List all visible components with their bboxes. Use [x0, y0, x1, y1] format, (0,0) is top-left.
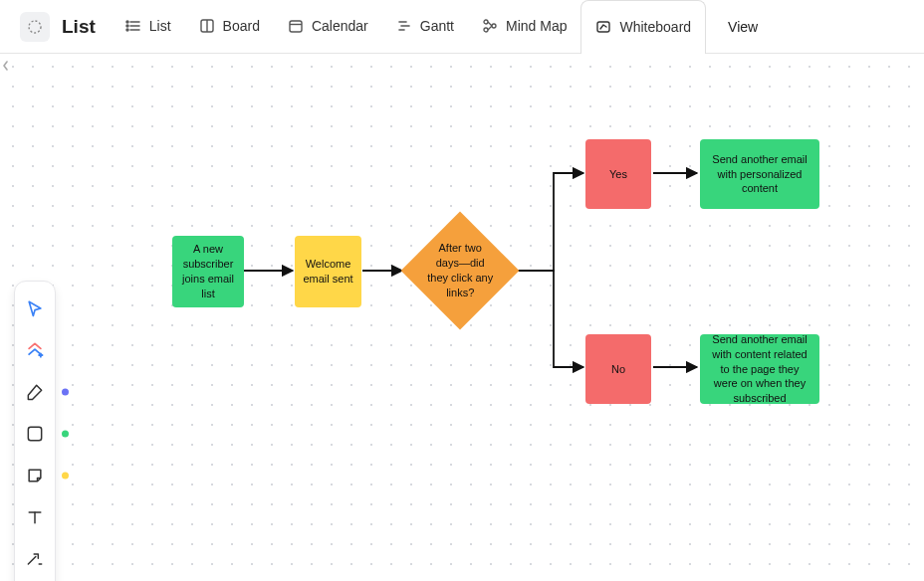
- svg-point-0: [29, 21, 41, 33]
- svg-point-6: [126, 29, 128, 31]
- svg-point-14: [484, 20, 488, 24]
- node-text: After two days—did they click any links?: [427, 242, 493, 298]
- whiteboard-canvas[interactable]: A new subscriber joins email list Welcom…: [0, 54, 924, 581]
- ai-tool[interactable]: [15, 329, 55, 371]
- node-text: Send another email with content related …: [708, 332, 811, 406]
- flow-node-n1[interactable]: A new subscriber joins email list: [172, 236, 244, 307]
- tab-label: Calendar: [312, 18, 368, 34]
- tab-whiteboard[interactable]: Whiteboard: [580, 0, 706, 54]
- tab-list[interactable]: List: [112, 0, 185, 54]
- tab-calendar[interactable]: Calendar: [274, 0, 382, 54]
- list-icon: [125, 18, 141, 34]
- tab-board[interactable]: Board: [185, 0, 274, 54]
- tab-label: List: [149, 18, 171, 34]
- gantt-icon: [396, 18, 412, 34]
- svg-point-4: [126, 21, 128, 23]
- sticky-note-tool[interactable]: [15, 455, 55, 496]
- add-view-button[interactable]: View: [706, 19, 772, 35]
- list-title-icon[interactable]: [20, 12, 50, 42]
- flow-node-n6[interactable]: Send another email with personalized con…: [700, 139, 819, 209]
- tab-mindmap[interactable]: Mind Map: [468, 0, 580, 54]
- tab-label: Whiteboard: [619, 19, 691, 35]
- node-text: Welcome email sent: [303, 257, 353, 287]
- svg-rect-9: [290, 21, 302, 32]
- color-dot-yellow: [62, 473, 69, 480]
- page-title[interactable]: List: [62, 16, 96, 38]
- svg-rect-17: [597, 22, 609, 32]
- flow-node-n5[interactable]: No: [585, 334, 651, 404]
- node-text: Send another email with personalized con…: [708, 152, 811, 197]
- svg-point-16: [492, 24, 496, 28]
- pen-tool[interactable]: [15, 371, 55, 413]
- canvas-toolbar: [14, 281, 56, 581]
- calendar-icon: [288, 18, 304, 34]
- add-view-label: View: [728, 19, 758, 35]
- flow-node-n4[interactable]: Yes: [585, 139, 651, 209]
- flow-node-n7[interactable]: Send another email with content related …: [700, 334, 819, 404]
- board-icon: [199, 18, 215, 34]
- color-dot-indigo: [62, 389, 69, 396]
- tab-label: Gantt: [420, 18, 454, 34]
- node-text: No: [611, 362, 625, 377]
- tab-label: Mind Map: [506, 18, 567, 34]
- mindmap-icon: [482, 18, 498, 34]
- svg-point-5: [126, 25, 128, 27]
- text-tool[interactable]: [15, 496, 55, 538]
- pointer-tool[interactable]: [15, 288, 55, 329]
- shape-tool[interactable]: [15, 413, 55, 455]
- whiteboard-icon: [595, 19, 611, 35]
- connector-tool[interactable]: [15, 538, 55, 580]
- top-bar: List List Board Calendar Gantt: [0, 0, 924, 54]
- node-text: A new subscriber joins email list: [180, 242, 236, 300]
- view-tabs: List Board Calendar Gantt Mind Map: [112, 0, 706, 54]
- tab-label: Board: [223, 18, 260, 34]
- color-dot-green: [62, 431, 69, 438]
- tab-gantt[interactable]: Gantt: [382, 0, 468, 54]
- title-wrap: List: [20, 12, 96, 42]
- flow-node-n2[interactable]: Welcome email sent: [295, 236, 361, 307]
- node-text: Yes: [609, 167, 627, 182]
- svg-rect-22: [28, 427, 41, 440]
- svg-point-15: [484, 28, 488, 32]
